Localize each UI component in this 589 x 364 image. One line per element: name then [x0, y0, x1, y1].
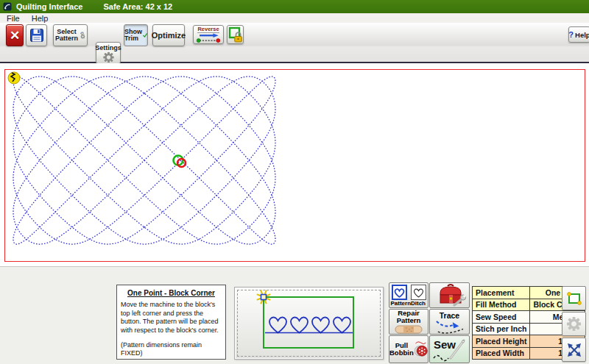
instruction-body: Move the machine to the block's top left… [121, 301, 222, 335]
placement-corner-button[interactable] [562, 286, 586, 310]
show-trim-label: Show Trim [124, 29, 142, 43]
gears-icon [80, 27, 85, 43]
menu-help[interactable]: Help [32, 14, 49, 23]
preview-heart [334, 318, 350, 333]
menu-file[interactable]: File [7, 14, 20, 23]
toolbox-button[interactable] [429, 282, 470, 308]
save-button[interactable] [26, 24, 47, 46]
fill-method-label: Fill Method [473, 299, 530, 311]
trace-button[interactable]: Trace [429, 309, 470, 335]
placed-height-label: Placed Height [473, 335, 530, 348]
window-title: Quilting Interface [16, 2, 82, 11]
pattern-mode-label: Pattern [391, 300, 408, 307]
repair-pattern-label: Repair Pattern [397, 310, 421, 324]
starburst-ray [261, 300, 262, 304]
trace-label: Trace [440, 311, 459, 320]
app-icon [3, 2, 12, 11]
toolbar: ✕ Select Pattern Settings Show [0, 23, 589, 63]
gear-icon [102, 51, 115, 63]
instruction-note: (Pattern dimensions remain FIXED) [121, 341, 222, 358]
bottom-panel: One Point - Block Corner Move the machin… [0, 266, 589, 364]
preview-heart [269, 318, 286, 333]
preview-block-rect [264, 297, 353, 348]
reverse-button[interactable]: Reverse [193, 25, 224, 44]
sew-settings-button[interactable] [562, 312, 586, 336]
show-trim-button[interactable]: Show Trim [124, 24, 148, 46]
starburst-ray [265, 290, 267, 294]
preview-heart [312, 318, 329, 333]
check-icon [143, 30, 147, 40]
pattern-preview [234, 287, 384, 360]
exit-button[interactable]: ✕ [6, 24, 24, 46]
pattern-mode-button[interactable]: Pattern [391, 285, 408, 307]
reverse-label: Reverse [197, 26, 219, 33]
stitch-per-inch-label: Stich per Inch [473, 323, 530, 335]
ditch-mode-label: Ditch [410, 300, 427, 307]
block-corner-icon [566, 291, 582, 306]
ditch-mode-button[interactable]: Ditch [410, 285, 427, 307]
resize-pattern-button[interactable] [562, 338, 586, 362]
preview-svg [235, 288, 384, 360]
control-grid: Pattern Ditch [389, 282, 470, 363]
safe-area-label: Safe Area: 42 x 12 [103, 2, 172, 11]
question-icon: ? [568, 30, 574, 39]
save-icon [29, 28, 44, 43]
optimize-label: Optimize [152, 31, 186, 40]
starburst-ray [257, 299, 261, 300]
ditch-heart-icon [411, 285, 426, 300]
pull-bobbin-button[interactable]: Pull Bobbin [389, 335, 428, 363]
reverse-direction-icon [194, 33, 222, 43]
starburst-ray [265, 300, 267, 304]
bandaid-icon [395, 325, 423, 334]
starburst-ray [267, 299, 270, 300]
bobbin-icon [415, 337, 428, 362]
starburst-ray [261, 290, 262, 294]
resize-arrows-icon [566, 342, 582, 358]
help-button[interactable]: ? Help [568, 26, 589, 43]
quilt-canvas[interactable] [0, 63, 589, 266]
pull-bobbin-label: Pull Bobbin [389, 342, 414, 357]
quilt-canvas-svg [0, 63, 589, 266]
lock-button[interactable] [227, 25, 244, 44]
pattern-heart-icon [392, 285, 407, 300]
instruction-title: One Point - Block Corner [121, 288, 222, 298]
repair-pattern-button[interactable]: Repair Pattern [389, 309, 428, 335]
optimize-button[interactable]: Optimize [152, 24, 185, 46]
starburst-ray [267, 294, 270, 296]
menu-bar: File Help [0, 13, 589, 23]
sew-button[interactable]: Sew [429, 335, 470, 363]
needle-icon [430, 336, 469, 363]
quilt-pattern-curve [13, 76, 275, 244]
close-icon: ✕ [10, 29, 20, 42]
placed-width-label: Placed Width [473, 347, 530, 360]
preview-heart [291, 318, 308, 333]
select-pattern-label: Select Pattern [55, 29, 78, 43]
settings-button[interactable]: Settings [96, 42, 121, 64]
sew-speed-label: Sew Speed [473, 311, 530, 324]
title-bar: Quilting Interface Safe Area: 42 x 12 [0, 0, 589, 13]
preview-start-square [261, 295, 267, 300]
help-label: Help [575, 31, 589, 39]
select-pattern-button[interactable]: Select Pattern [53, 24, 88, 46]
instruction-box: One Point - Block Corner Move the machin… [116, 285, 226, 360]
lock-icon [228, 26, 242, 43]
toolbox-icon [430, 283, 469, 307]
gear-disabled-icon [566, 316, 582, 332]
trace-path-icon [433, 320, 466, 334]
starburst-ray [257, 294, 261, 296]
placement-label: Placement [473, 287, 530, 299]
stitch-mode-cell: Pattern Ditch [389, 282, 428, 308]
settings-label: Settings [95, 44, 121, 51]
